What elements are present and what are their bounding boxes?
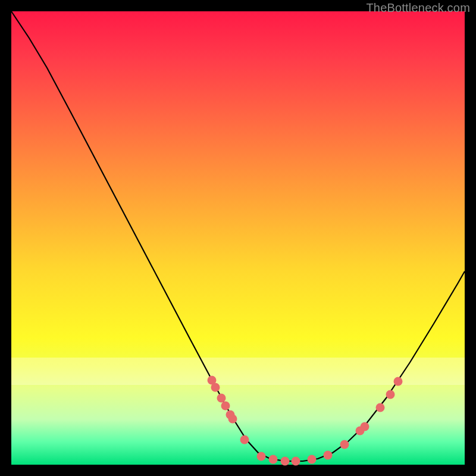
data-point bbox=[394, 377, 403, 386]
data-point bbox=[211, 383, 220, 392]
curve-line bbox=[11, 11, 465, 461]
data-point bbox=[257, 452, 266, 461]
data-point bbox=[240, 436, 249, 444]
data-point bbox=[281, 457, 290, 466]
chart-svg bbox=[11, 11, 465, 465]
curve-markers bbox=[208, 376, 403, 466]
data-point bbox=[217, 394, 226, 403]
data-point bbox=[228, 415, 237, 424]
data-point bbox=[269, 455, 278, 464]
data-point bbox=[324, 451, 333, 460]
data-point bbox=[361, 422, 369, 431]
data-point bbox=[340, 440, 349, 449]
watermark-text: TheBottleneck.com bbox=[366, 1, 470, 15]
data-point bbox=[386, 390, 395, 399]
data-point bbox=[221, 402, 230, 411]
data-point bbox=[376, 403, 385, 412]
data-point bbox=[292, 457, 300, 466]
data-point bbox=[308, 455, 317, 464]
